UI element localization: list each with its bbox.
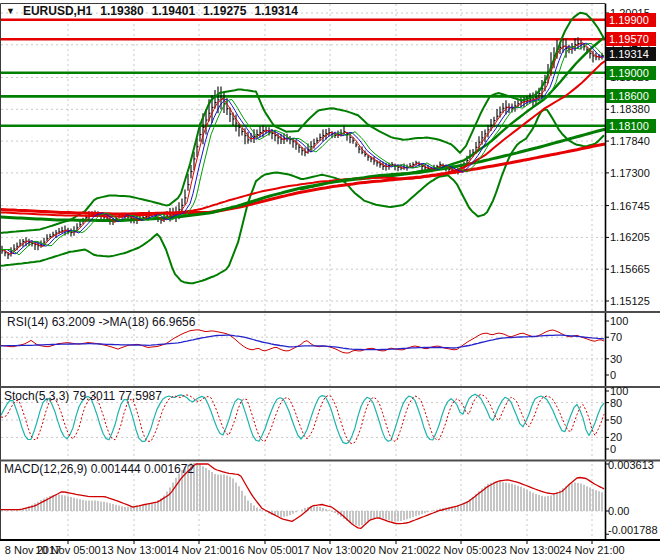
- rsi-indicator-label: RSI(14) 63.2009 ->MA(18) 66.9656: [7, 315, 195, 329]
- chart-window: ▼ EURUSD,H1 1.19380 1.19401 1.19275 1.19…: [0, 0, 660, 560]
- price-high-value: 1.19401: [152, 4, 195, 18]
- symbol-dropdown-icon[interactable]: ▼: [6, 4, 15, 18]
- chart-canvas[interactable]: [0, 0, 660, 560]
- price-open-value: 1.19380: [100, 4, 143, 18]
- stoch-indicator-label: Stoch(5,3,3) 79.3011 77.5987: [4, 389, 162, 403]
- chart-title: ▼ EURUSD,H1 1.19380 1.19401 1.19275 1.19…: [6, 4, 298, 18]
- price-close-value: 1.19314: [254, 4, 297, 18]
- price-low-value: 1.19275: [203, 4, 246, 18]
- macd-indicator-label: MACD(12,26,9) 0.001444 0.001672: [4, 462, 194, 476]
- symbol-period-label: EURUSD,H1: [23, 4, 92, 18]
